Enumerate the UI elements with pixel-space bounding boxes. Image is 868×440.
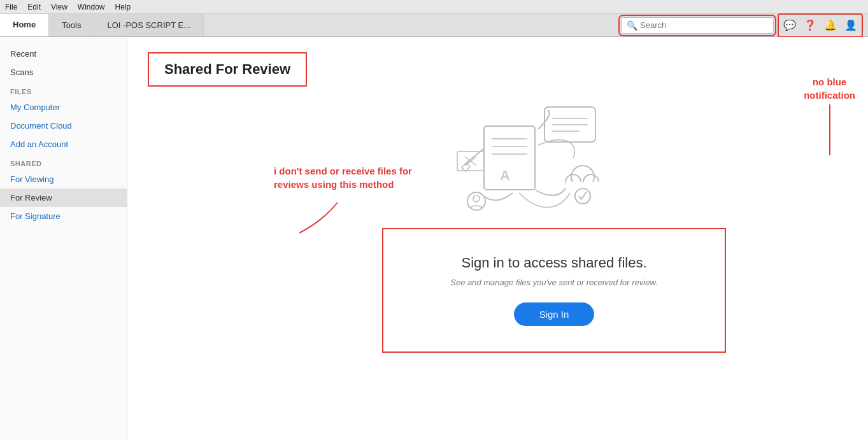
chat-icon[interactable]: 💬 bbox=[780, 16, 799, 35]
main-layout: Recent Scans FILES My Computer Document … bbox=[0, 37, 868, 440]
sidebar-item-for-signature[interactable]: For Signature bbox=[0, 207, 127, 225]
svg-rect-15 bbox=[566, 182, 600, 192]
page-title: Shared For Review bbox=[164, 61, 290, 78]
signin-card: Sign in to access shared files. See and … bbox=[382, 228, 726, 353]
search-input[interactable] bbox=[640, 20, 768, 30]
signin-button[interactable]: Sign In bbox=[514, 302, 595, 326]
tab-spacer bbox=[204, 14, 616, 36]
content-area: Shared For Review i don't send or receiv… bbox=[127, 37, 868, 440]
illustration: A bbox=[420, 88, 624, 228]
menu-edit[interactable]: Edit bbox=[27, 3, 41, 11]
annotation-block: i don't send or receive files forreviews… bbox=[274, 164, 439, 191]
search-box[interactable]: 🔍 bbox=[621, 17, 774, 34]
sidebar-item-scans[interactable]: Scans bbox=[0, 63, 127, 82]
profile-icon[interactable]: 👤 bbox=[841, 16, 860, 35]
shared-section-label: SHARED bbox=[0, 153, 127, 170]
sidebar-item-for-review[interactable]: For Review bbox=[0, 188, 127, 207]
page-title-box: Shared For Review bbox=[148, 52, 307, 87]
annotation-text: i don't send or receive files forreviews… bbox=[274, 164, 439, 191]
tab-actions: 🔍 💬 ❓ 🔔 👤 bbox=[616, 14, 868, 36]
menu-bar: File Edit View Window Help bbox=[0, 0, 868, 14]
signin-subtext: See and manage files you've sent or rece… bbox=[402, 278, 706, 287]
top-right-icons: 💬 ❓ 🔔 👤 bbox=[778, 13, 863, 38]
sidebar-item-add-account[interactable]: Add an Account bbox=[0, 135, 127, 153]
signin-heading: Sign in to access shared files. bbox=[402, 255, 706, 271]
sidebar: Recent Scans FILES My Computer Document … bbox=[0, 37, 127, 440]
help-icon[interactable]: ❓ bbox=[800, 16, 820, 35]
files-section-label: FILES bbox=[0, 82, 127, 98]
menu-file[interactable]: File bbox=[5, 3, 17, 11]
svg-line-10 bbox=[465, 148, 484, 164]
sidebar-item-for-viewing[interactable]: For Viewing bbox=[0, 170, 127, 188]
right-annotation: no bluenotification bbox=[804, 75, 855, 158]
tab-loi[interactable]: LOI -POS SCRIPT E... bbox=[94, 14, 204, 36]
notification-icon[interactable]: 🔔 bbox=[821, 16, 840, 35]
sidebar-item-my-computer[interactable]: My Computer bbox=[0, 98, 127, 117]
svg-text:A: A bbox=[500, 167, 510, 183]
tab-home[interactable]: Home bbox=[0, 14, 49, 36]
menu-window[interactable]: Window bbox=[78, 3, 105, 11]
tab-tools[interactable]: Tools bbox=[49, 14, 94, 36]
menu-view[interactable]: View bbox=[51, 3, 68, 11]
sidebar-item-document-cloud[interactable]: Document Cloud bbox=[0, 117, 127, 135]
search-icon: 🔍 bbox=[627, 20, 637, 31]
right-annotation-line bbox=[829, 104, 831, 155]
right-annotation-text: no bluenotification bbox=[804, 75, 855, 102]
sidebar-item-recent[interactable]: Recent bbox=[0, 45, 127, 63]
svg-point-18 bbox=[473, 195, 480, 202]
menu-help[interactable]: Help bbox=[115, 3, 131, 11]
review-illustration: A bbox=[420, 88, 624, 228]
tab-bar: Home Tools LOI -POS SCRIPT E... 🔍 💬 ❓ 🔔 … bbox=[0, 14, 868, 37]
